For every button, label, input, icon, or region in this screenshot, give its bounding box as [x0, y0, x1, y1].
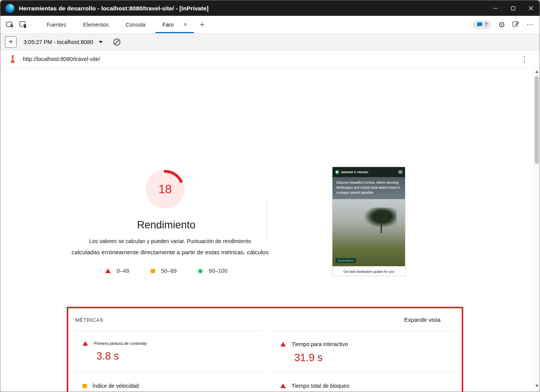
report-url: http://localhost:8080/travel-site/	[23, 56, 100, 62]
scroll-up-icon	[535, 71, 538, 73]
inspect-icon	[6, 20, 14, 29]
legend-range: 0–49	[117, 268, 129, 274]
customize-icon[interactable]	[512, 20, 520, 29]
scroll-down-button[interactable]	[533, 382, 540, 389]
tab-label: Faro	[162, 22, 174, 28]
tab-label: Consola	[126, 22, 145, 28]
scrollbar-thumb[interactable]	[535, 76, 539, 164]
legend-range: 90–100	[209, 268, 227, 274]
maximize-icon	[511, 6, 515, 10]
metric-value: 31.9 s	[294, 352, 457, 364]
report-content: 18 Rendimiento Los valores se calculan y…	[0, 68, 533, 392]
metric-time-to-interactive: Tiempo para interactivo 31.9 s	[272, 331, 457, 372]
new-report-button[interactable]: +	[5, 36, 17, 48]
thumbnail-site-header: MARGIE'S TRAVEL	[332, 167, 405, 177]
section-divider	[267, 201, 267, 242]
disclaimer-line-2: calculadas erróneamente directamente a p…	[47, 249, 294, 256]
close-icon	[529, 6, 533, 10]
tab-label: Elementos	[83, 22, 109, 28]
scroll-down-icon	[535, 385, 538, 387]
metric-value: 3.8 s	[96, 350, 263, 362]
settings-gear-icon[interactable]: ⚙	[498, 21, 505, 29]
tab-elementos[interactable]: Elementos	[75, 16, 117, 33]
messages-count: 7	[485, 22, 488, 27]
window-title: Herramientas de desarrollo - localhost:8…	[19, 5, 209, 12]
metric-total-blocking-time: Tiempo total de bloqueo 6,000 ms	[272, 372, 457, 392]
tab-close-icon[interactable]: ×	[184, 22, 187, 28]
legend-range: 50–89	[161, 268, 177, 274]
metric-rating-icon	[83, 341, 88, 346]
metric-first-contentful-paint: Primera pintura de contently 3.8 s	[74, 331, 263, 372]
edge-logo-icon	[5, 4, 14, 13]
tab-consola[interactable]: Consola	[117, 16, 154, 33]
legend-item-average: 50–89	[151, 268, 177, 274]
disclaimer-line-1: Los valores se calculan y pueden variar.…	[47, 238, 294, 244]
tab-faro[interactable]: Faro ×	[154, 16, 196, 33]
tree-trunk	[381, 225, 382, 233]
chevron-down-icon[interactable]	[99, 41, 103, 43]
metric-label: Primera pintura de contently	[94, 341, 147, 346]
vertical-scrollbar	[533, 68, 540, 389]
title-bar: Herramientas de desarrollo - localhost:8…	[0, 0, 540, 16]
report-url-bar: http://localhost:8080/travel-site/ ⋮	[0, 51, 540, 68]
device-toolbar-button[interactable]	[17, 18, 30, 31]
expand-view-button[interactable]: Expandir vista	[404, 316, 440, 323]
more-options-icon[interactable]: ⋯	[526, 21, 534, 28]
chat-bubble-icon	[477, 22, 483, 27]
tab-fuentes[interactable]: Fuentes	[38, 16, 75, 33]
category-title: Rendimiento	[58, 219, 274, 231]
device-toolbar-icon	[19, 21, 27, 29]
tab-label: Fuentes	[47, 22, 66, 28]
destinations-button: Destinations	[336, 258, 356, 263]
score-disclaimer: Los valores se calculan y pueden variar.…	[47, 238, 294, 256]
report-session-selector[interactable]: 3:05:27 PM - localhost:8080	[24, 39, 93, 45]
score-value: 18	[159, 182, 172, 196]
thumbnail-footer-text: Our best destination guides for you	[332, 266, 405, 276]
performance-score-gauge: 18	[145, 169, 185, 209]
legend-item-pass: 90–100	[198, 268, 227, 274]
metrics-section-header: MÉTRICAS	[75, 317, 103, 323]
devtools-tabs: Fuentes Elementos Consola Faro × +	[38, 16, 209, 33]
legend-item-fail: 0–49	[105, 268, 129, 274]
devtools-window: Herramientas de desarrollo - localhost:8…	[0, 0, 540, 392]
fail-triangle-icon	[105, 269, 111, 273]
minimize-button[interactable]	[486, 0, 504, 16]
site-logo-icon	[335, 170, 339, 174]
devtools-tab-bar: Fuentes Elementos Consola Faro × + 7 ⚙	[0, 16, 540, 34]
close-button[interactable]	[522, 0, 540, 16]
scroll-up-button[interactable]	[533, 68, 540, 75]
session-toolbar: + 3:05:27 PM - localhost:8080	[0, 34, 540, 51]
maximize-button[interactable]	[504, 0, 522, 16]
block-icon	[113, 38, 121, 46]
site-brand: MARGIE'S TRAVEL	[341, 171, 369, 174]
metric-speed-index: Índice de velocidad 5.2 s	[74, 372, 263, 392]
toolbar-right-icons: 7 ⚙ ⋯	[473, 20, 534, 29]
score-legend: 0–49 50–89 90–100	[66, 268, 267, 274]
pass-circle-icon	[198, 269, 202, 273]
inspect-element-button[interactable]	[3, 18, 17, 31]
metric-rating-icon	[83, 384, 87, 388]
lighthouse-icon	[10, 55, 16, 64]
minimize-icon	[493, 6, 498, 10]
average-square-icon	[151, 269, 155, 273]
messages-badge[interactable]: 7	[473, 20, 491, 29]
page-screenshot-thumbnail: MARGIE'S TRAVEL Discover beautiful Corsi…	[332, 167, 405, 276]
tree-silhouette	[364, 208, 397, 228]
metric-label: Índice de velocidad	[93, 383, 139, 389]
metric-rating-icon	[280, 342, 286, 346]
metric-label: Tiempo total de bloqueo	[292, 383, 349, 389]
clear-reports-button[interactable]	[113, 38, 121, 46]
thumbnail-landscape-photo: Destinations	[332, 199, 405, 266]
thumbnail-hero-text: Discover beautiful Corsica, where stunni…	[332, 177, 405, 199]
window-controls	[486, 0, 540, 16]
report-menu-icon[interactable]: ⋮	[521, 55, 528, 64]
metric-label: Tiempo para interactivo	[292, 341, 348, 347]
hamburger-menu-icon	[398, 171, 402, 174]
metric-rating-icon	[280, 384, 286, 388]
metrics-grid: Primera pintura de contently 3.8 s Tiemp…	[74, 331, 457, 392]
add-tab-button[interactable]: +	[196, 16, 209, 33]
